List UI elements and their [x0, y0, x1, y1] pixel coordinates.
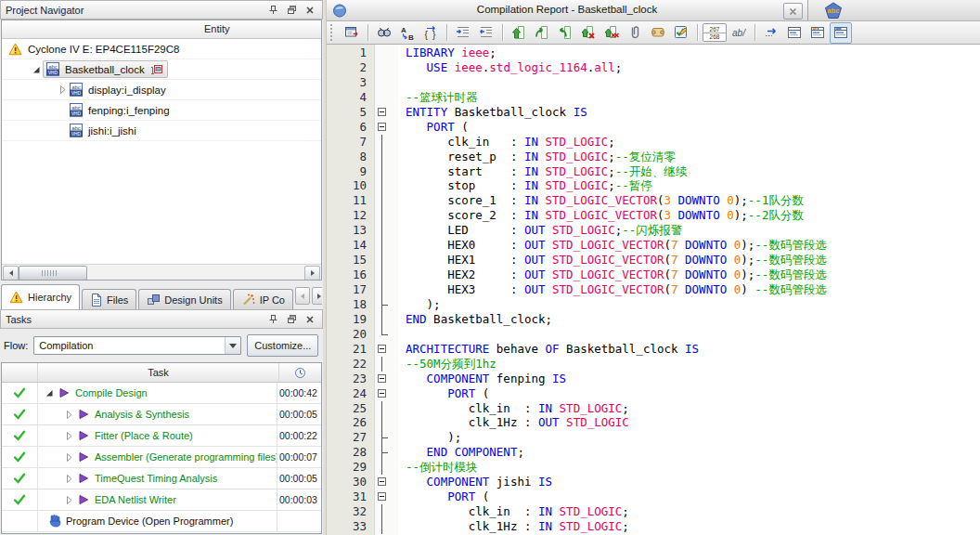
report-window-titlebar[interactable]: Compilation Report - Basketball_clock	[327, 0, 808, 21]
increase-indent-button[interactable]	[452, 22, 474, 44]
task-row[interactable]: Assembler (Generate programming files)00…	[2, 447, 321, 468]
expander-collapsed-icon[interactable]	[56, 85, 69, 95]
entity-column-header[interactable]: Entity	[2, 20, 321, 39]
pin-icon[interactable]	[265, 3, 280, 17]
next-bookmark-button[interactable]	[531, 22, 553, 44]
task-row[interactable]: Analysis & Synthesis00:00:05	[2, 404, 321, 425]
close-icon[interactable]	[303, 3, 317, 17]
close-report-button[interactable]	[783, 3, 803, 20]
attach-file-button[interactable]	[624, 22, 646, 44]
code-line[interactable]: 6 PORT (	[327, 120, 980, 135]
chevron-down-icon[interactable]	[225, 337, 240, 354]
code-line[interactable]: 25 clk_in : IN STD_LOGIC;	[327, 401, 980, 416]
replace-button[interactable]: AB	[396, 22, 419, 44]
scroll-left-icon[interactable]	[3, 266, 19, 281]
fold-margin[interactable]	[374, 120, 398, 135]
float-window-icon[interactable]	[284, 3, 299, 17]
tab-files[interactable]: Files	[82, 289, 136, 309]
task-cell[interactable]: EDA Netlist Writer	[38, 489, 277, 510]
open-report-button[interactable]	[341, 22, 363, 44]
code-line[interactable]: 21ARCHITECTURE behave OF Basketball_cloc…	[327, 342, 980, 357]
expander-collapsed-icon[interactable]	[63, 495, 74, 505]
tree-item[interactable]: abcVHDBasketball_clock	[2, 59, 321, 80]
expander-open-icon[interactable]	[30, 65, 43, 74]
code-line[interactable]: 10 stop : IN STD_LOGIC;--暂停	[327, 178, 980, 193]
code-line[interactable]: 3	[327, 75, 980, 90]
code-line[interactable]: 8 reset_p : IN STD_LOGIC;--复位清零	[327, 150, 980, 164]
expander-collapsed-icon[interactable]	[63, 474, 74, 484]
expander-collapsed-icon[interactable]	[63, 452, 74, 463]
task-cell[interactable]: Assembler (Generate programming files)	[38, 447, 277, 467]
code-line[interactable]: 4--篮球计时器	[327, 90, 980, 105]
code-line[interactable]: 29--倒计时模块	[327, 460, 980, 475]
tree-item[interactable]: abcVHDfenping:i_fenping	[2, 100, 321, 121]
code-line[interactable]: 9 start : IN STD_LOGIC;--开始、继续	[327, 164, 980, 179]
spell-check-button[interactable]	[670, 22, 692, 44]
tree-item[interactable]: Cyclone IV E: EP4CE115F29C8	[2, 39, 321, 59]
code-line[interactable]: 1LIBRARY ieee;	[327, 46, 980, 60]
code-line[interactable]: 5ENTITY Basketball_clock IS	[327, 105, 980, 120]
expander-open-icon[interactable]	[44, 388, 55, 398]
fold-margin[interactable]	[374, 386, 398, 401]
code-line[interactable]: 7 clk_in : IN STD_LOGIC;	[327, 135, 980, 150]
find-button[interactable]	[373, 22, 395, 44]
task-cell[interactable]: Program Device (Open Programmer)	[38, 511, 277, 531]
float-window-icon[interactable]	[284, 312, 299, 326]
code-line[interactable]: 15 HEX1 : OUT STD_LOGIC_VECTOR(7 DOWNTO …	[327, 253, 980, 268]
expander-collapsed-icon[interactable]	[63, 410, 74, 420]
code-line[interactable]: 14 HEX0 : OUT STD_LOGIC_VECTOR(7 DOWNTO …	[327, 238, 980, 253]
code-line[interactable]: 22--50M分频到1hz	[327, 357, 980, 372]
task-cell[interactable]: Compile Design	[38, 383, 277, 403]
task-row[interactable]: Program Device (Open Programmer)	[2, 511, 321, 532]
tab-hierarchy[interactable]: Hierarchy	[1, 284, 80, 309]
clear-bookmark-button[interactable]	[577, 22, 600, 44]
code-line[interactable]: 30 COMPONENT jishi IS	[327, 475, 980, 489]
code-line[interactable]: 28 END COMPONENT;	[327, 445, 980, 460]
abc-document-icon[interactable]: abc	[823, 2, 844, 20]
previous-bookmark-button[interactable]	[554, 22, 576, 44]
code-line[interactable]: 27 );	[327, 430, 980, 445]
task-cell[interactable]: Fitter (Place & Route)	[38, 425, 277, 446]
task-row[interactable]: Fitter (Place & Route)00:00:22	[2, 425, 321, 447]
horizontal-scrollbar[interactable]	[2, 264, 321, 280]
code-line[interactable]: 31 PORT (	[327, 489, 980, 504]
close-icon[interactable]	[303, 312, 317, 326]
code-line[interactable]: 32 clk_in : IN STD_LOGIC;	[327, 504, 980, 519]
task-row[interactable]: Compile Design00:00:42	[2, 383, 321, 404]
line-count-indicator[interactable]: 267268	[703, 23, 727, 42]
code-line[interactable]: 11 score_1 : IN STD_LOGIC_VECTOR(3 DOWNT…	[327, 193, 980, 208]
code-line[interactable]: 2 USE ieee.std_logic_1164.all;	[327, 60, 980, 75]
code-line[interactable]: 19END Basketball_clock;	[327, 312, 980, 327]
flow-select[interactable]: Compilation	[33, 336, 241, 355]
customize-button[interactable]: Customize...	[247, 334, 318, 357]
fold-margin[interactable]	[374, 372, 398, 386]
tab-scroll-right-icon[interactable]	[312, 287, 322, 305]
word-toggle-button[interactable]: ab/	[728, 22, 750, 44]
scrollbar-thumb[interactable]	[19, 266, 87, 281]
clear-all-bookmarks-button[interactable]	[600, 22, 623, 44]
tree-item[interactable]: abcVHDdisplay:i_display	[2, 80, 321, 100]
toggle-bookmark-button[interactable]	[508, 22, 530, 44]
view-full-button[interactable]	[830, 22, 852, 44]
scroll-right-icon[interactable]	[304, 266, 320, 281]
code-line[interactable]: 24 PORT (	[327, 386, 980, 401]
pin-icon[interactable]	[265, 312, 280, 326]
fold-margin[interactable]	[374, 475, 398, 489]
code-editor[interactable]: 1LIBRARY ieee;2 USE ieee.std_logic_1164.…	[327, 45, 980, 535]
task-cell[interactable]: TimeQuest Timing Analysis	[38, 468, 277, 489]
code-line[interactable]: 16 HEX2 : OUT STD_LOGIC_VECTOR(7 DOWNTO …	[327, 268, 980, 282]
tab-ip-co[interactable]: IP Co	[233, 289, 293, 309]
task-cell[interactable]: Analysis & Synthesis	[38, 404, 277, 424]
expander-collapsed-icon[interactable]	[63, 431, 74, 441]
tree-item[interactable]: abcVHDjishi:i_jishi	[2, 121, 321, 141]
task-row[interactable]: EDA Netlist Writer00:00:03	[2, 489, 321, 511]
insert-template-button[interactable]	[647, 22, 669, 44]
fold-margin[interactable]	[374, 105, 398, 120]
code-line[interactable]: 17 HEX3 : OUT STD_LOGIC_VECTOR(7 DOWNTO …	[327, 282, 980, 297]
code-line[interactable]: 12 score_2 : IN STD_LOGIC_VECTOR(3 DOWNT…	[327, 208, 980, 223]
task-row[interactable]: TimeQuest Timing Analysis00:00:05	[2, 468, 321, 489]
code-line[interactable]: 18 );	[327, 297, 980, 312]
tab-design-units[interactable]: Design Units	[138, 289, 230, 309]
tab-scroll-left-icon[interactable]	[295, 287, 310, 305]
code-line[interactable]: 26 clk_1Hz : OUT STD_LOGIC	[327, 415, 980, 430]
